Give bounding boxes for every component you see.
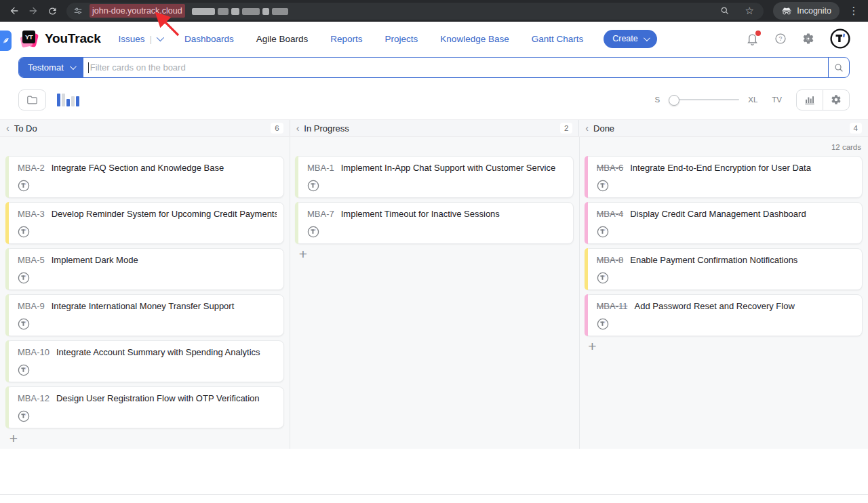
nav-item-reports[interactable]: Reports bbox=[330, 34, 362, 44]
assignee-avatar[interactable] bbox=[18, 410, 30, 422]
card-id[interactable]: MBA-10 bbox=[18, 347, 50, 357]
browser-extension-tab[interactable] bbox=[0, 31, 12, 51]
chart-view-toggle-icon[interactable] bbox=[57, 93, 79, 106]
issue-card-mba-12[interactable]: MBA-12Design User Registration Flow with… bbox=[5, 386, 284, 428]
collapse-column-icon[interactable]: ‹ bbox=[6, 123, 9, 133]
nav-item-agile-boards[interactable]: Agile Boards bbox=[256, 34, 309, 44]
nav-item-gantt-charts[interactable]: Gantt Charts bbox=[532, 34, 584, 44]
card-title: Add Password Reset and Recovery Flow bbox=[635, 301, 795, 311]
logo-monogram: YT bbox=[22, 31, 35, 43]
add-card-button[interactable]: + bbox=[586, 340, 599, 353]
card-title: Integrate FAQ Section and Knowledge Base bbox=[52, 163, 224, 173]
card-size-small-label: S bbox=[655, 96, 660, 104]
nav-item-knowledge-base[interactable]: Knowledge Base bbox=[440, 34, 509, 44]
chevron-down-icon[interactable] bbox=[157, 34, 164, 41]
column-done: 12 cardsMBA-6Integrate End-to-End Encryp… bbox=[579, 137, 868, 449]
board-settings-button[interactable] bbox=[823, 90, 849, 110]
assignee-avatar[interactable] bbox=[597, 226, 609, 238]
column-header-to-do[interactable]: ‹To Do6 bbox=[0, 120, 290, 136]
nav-group-issues: Issues| bbox=[119, 34, 162, 44]
assignee-avatar[interactable] bbox=[597, 318, 609, 330]
card-id[interactable]: MBA-2 bbox=[18, 163, 45, 173]
user-avatar[interactable] bbox=[830, 28, 850, 49]
product-name[interactable]: YouTrack bbox=[45, 31, 101, 46]
incognito-label: Incognito bbox=[797, 6, 831, 16]
create-button-label: Create bbox=[612, 34, 638, 43]
collapse-column-icon[interactable]: ‹ bbox=[585, 123, 589, 133]
bookmark-star-icon[interactable]: ☆ bbox=[741, 2, 758, 20]
column-header-done[interactable]: ‹Done4 bbox=[578, 120, 868, 136]
card-id[interactable]: MBA-4 bbox=[597, 209, 624, 219]
assignee-avatar[interactable] bbox=[307, 226, 319, 238]
gear-icon bbox=[831, 94, 842, 105]
card-id[interactable]: MBA-6 bbox=[597, 163, 624, 173]
card-id[interactable]: MBA-8 bbox=[597, 255, 624, 265]
side-search-icon[interactable] bbox=[716, 2, 734, 20]
address-bar[interactable]: john-doe.youtrack.cloud ☆ bbox=[66, 3, 764, 20]
add-card-button[interactable]: + bbox=[296, 248, 310, 260]
nav-item-dashboards[interactable]: Dashboards bbox=[184, 34, 234, 44]
issue-card-mba-9[interactable]: MBA-9Integrate International Money Trans… bbox=[5, 294, 284, 336]
card-id[interactable]: MBA-9 bbox=[18, 301, 45, 311]
issue-card-mba-5[interactable]: MBA-5Implement Dark Mode bbox=[5, 248, 284, 290]
help-icon[interactable]: ? bbox=[774, 33, 787, 45]
url-text[interactable]: john-doe.youtrack.cloud bbox=[90, 4, 185, 18]
issue-card-mba-6[interactable]: MBA-6Integrate End-to-End Encryption for… bbox=[585, 156, 863, 198]
card-color-stripe bbox=[585, 294, 588, 336]
issue-card-mba-7[interactable]: MBA-7Implement Timeout for Inactive Sess… bbox=[295, 202, 574, 244]
assignee-avatar[interactable] bbox=[18, 272, 30, 284]
nav-item-projects[interactable]: Projects bbox=[385, 34, 418, 44]
settings-gear-icon[interactable] bbox=[802, 33, 814, 45]
issue-card-mba-11[interactable]: MBA-11Add Password Reset and Recovery Fl… bbox=[585, 294, 863, 336]
backlog-panel-button[interactable] bbox=[18, 89, 46, 110]
assignee-avatar[interactable] bbox=[18, 364, 30, 376]
card-id[interactable]: MBA-7 bbox=[307, 209, 334, 219]
assignee-avatar-icon bbox=[307, 226, 319, 238]
card-id[interactable]: MBA-12 bbox=[18, 393, 50, 403]
issue-card-mba-3[interactable]: MBA-3Develop Reminder System for Upcomin… bbox=[5, 202, 284, 244]
card-size-large-label: XL bbox=[748, 96, 757, 104]
assignee-avatar[interactable] bbox=[597, 272, 609, 284]
assignee-avatar[interactable] bbox=[18, 318, 30, 330]
assignee-avatar[interactable] bbox=[307, 180, 319, 192]
slider-knob[interactable] bbox=[669, 95, 679, 106]
histogram-icon bbox=[804, 95, 815, 105]
issue-card-mba-2[interactable]: MBA-2Integrate FAQ Section and Knowledge… bbox=[5, 156, 284, 198]
nav-item-issues[interactable]: Issues bbox=[119, 34, 145, 44]
card-id[interactable]: MBA-3 bbox=[18, 209, 45, 219]
assignee-avatar[interactable] bbox=[597, 180, 609, 192]
issue-card-mba-4[interactable]: MBA-4Display Credit Card Management Dash… bbox=[585, 202, 863, 244]
assignee-avatar[interactable] bbox=[18, 226, 30, 238]
column-header-in-progress[interactable]: ‹In Progress2 bbox=[290, 120, 579, 136]
card-id[interactable]: MBA-11 bbox=[597, 301, 628, 311]
issue-card-mba-10[interactable]: MBA-10Integrate Account Summary with Spe… bbox=[5, 340, 284, 382]
issue-card-mba-8[interactable]: MBA-8Enable Payment Confirmation Notific… bbox=[585, 248, 863, 290]
browser-reload-icon[interactable] bbox=[43, 2, 61, 20]
youtrack-logo-icon[interactable]: YT bbox=[20, 30, 39, 48]
filter-placeholder: Filter cards on the board bbox=[90, 62, 186, 73]
site-settings-icon[interactable] bbox=[72, 2, 84, 20]
card-size-slider[interactable] bbox=[669, 95, 739, 104]
collapse-column-icon[interactable]: ‹ bbox=[296, 123, 300, 133]
issue-card-mba-1[interactable]: MBA-1Implement In-App Chat Support with … bbox=[295, 156, 574, 198]
card-id[interactable]: MBA-1 bbox=[307, 163, 334, 173]
notifications-bell-icon[interactable] bbox=[746, 33, 759, 45]
board-selector-button[interactable]: Testomat bbox=[19, 58, 83, 77]
create-button[interactable]: Create bbox=[604, 30, 657, 48]
assignee-avatar[interactable] bbox=[18, 180, 30, 192]
card-title: Display Credit Card Management Dashboard bbox=[630, 209, 806, 219]
filter-search-button[interactable] bbox=[828, 58, 849, 77]
card-id[interactable]: MBA-5 bbox=[18, 255, 45, 265]
board-tools-group bbox=[796, 89, 850, 110]
incognito-icon bbox=[781, 7, 792, 15]
filter-cards-input[interactable]: Filter cards on the board bbox=[83, 58, 828, 77]
browser-back-icon[interactable] bbox=[5, 2, 23, 20]
card-title: Integrate End-to-End Encryption for User… bbox=[630, 163, 811, 173]
column-to-do: MBA-2Integrate FAQ Section and Knowledge… bbox=[0, 137, 290, 449]
add-card-button[interactable]: + bbox=[7, 432, 20, 445]
browser-menu-icon[interactable]: ⋮ bbox=[845, 2, 863, 20]
tv-mode-button[interactable]: TV bbox=[772, 96, 782, 104]
board-columns: MBA-2Integrate FAQ Section and Knowledge… bbox=[0, 137, 868, 449]
browser-forward-icon[interactable] bbox=[24, 2, 42, 20]
board-chart-button[interactable] bbox=[797, 90, 823, 110]
